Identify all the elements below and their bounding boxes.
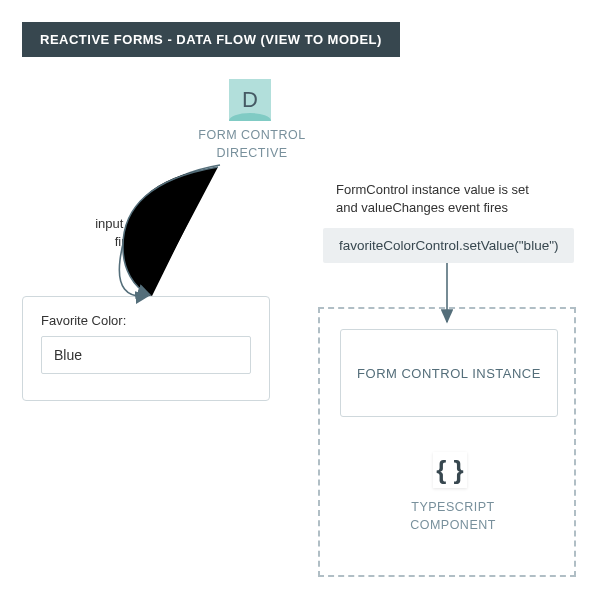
typescript-label-line1: TYPESCRIPT [411, 500, 495, 514]
directive-label-line1: FORM CONTROL [198, 128, 305, 142]
form-control-instance-box: FORM CONTROL INSTANCE [340, 329, 558, 417]
code-snippet: favoriteColorControl.setValue("blue") [339, 238, 558, 253]
directive-letter: D [242, 87, 258, 113]
form-field-label: Favorite Color: [41, 313, 251, 328]
directive-label-line2: DIRECTIVE [216, 146, 287, 160]
value-set-line2: and valueChanges event fires [336, 200, 508, 215]
directive-icon: D [229, 79, 271, 121]
diagram-title: REACTIVE FORMS - DATA FLOW (VIEW TO MODE… [40, 32, 382, 47]
braces-text: { } [436, 455, 463, 486]
favorite-color-input[interactable] [41, 336, 251, 374]
diagram-header: REACTIVE FORMS - DATA FLOW (VIEW TO MODE… [22, 22, 400, 57]
instance-label: FORM CONTROL INSTANCE [357, 366, 541, 381]
form-card: Favorite Color: [22, 296, 270, 401]
typescript-component-container: FORM CONTROL INSTANCE { } TYPESCRIPT COM… [318, 307, 576, 577]
value-set-line1: FormControl instance value is set [336, 182, 529, 197]
input-event-line1: input event [95, 216, 159, 231]
braces-icon: { } [433, 452, 467, 488]
value-set-annotation: FormControl instance value is set and va… [336, 181, 576, 217]
input-event-annotation: input event fires [72, 215, 182, 251]
typescript-label: TYPESCRIPT COMPONENT [398, 499, 508, 534]
typescript-label-line2: COMPONENT [410, 518, 496, 532]
code-snippet-box: favoriteColorControl.setValue("blue") [323, 228, 574, 263]
input-event-line2: fires [115, 234, 140, 249]
directive-label: FORM CONTROL DIRECTIVE [182, 127, 322, 162]
